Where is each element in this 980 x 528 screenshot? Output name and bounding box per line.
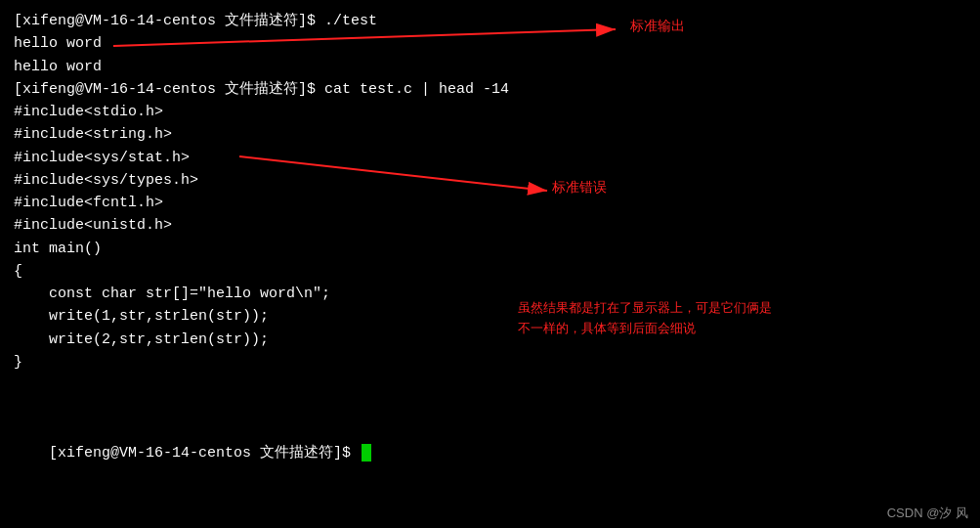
terminal-line: #include<fcntl.h> (14, 192, 966, 214)
terminal-line: const char str[]="hello word\n"; (14, 283, 966, 305)
terminal-line: { (14, 260, 966, 283)
terminal: [xifeng@VM-16-14-centos 文件描述符]$ ./test h… (0, 0, 980, 497)
terminal-line: int main() (14, 238, 966, 260)
terminal-line: #include<unistd.h> (14, 214, 966, 237)
terminal-line: [xifeng@VM-16-14-centos 文件描述符]$ cat test… (14, 78, 966, 101)
terminal-line: #include<sys/stat.h> (14, 147, 966, 169)
terminal-line: #include<string.h> (14, 123, 966, 146)
terminal-line: #include<stdio.h> (14, 101, 966, 123)
terminal-line: hello word (14, 32, 966, 55)
terminal-line: [xifeng@VM-16-14-centos 文件描述符]$ ./test (14, 10, 966, 32)
terminal-line: } (14, 351, 966, 374)
terminal-line: #include<sys/types.h> (14, 169, 966, 192)
terminal-line (14, 374, 966, 396)
terminal-line: write(2,str,strlen(str)); (14, 329, 966, 351)
terminal-line: hello word (14, 56, 966, 78)
terminal-line: write(1,str,strlen(str)); (14, 305, 966, 328)
terminal-prompt-last: [xifeng@VM-16-14-centos 文件描述符]$ (14, 419, 966, 488)
cursor (362, 444, 371, 462)
terminal-line (14, 396, 966, 418)
watermark: CSDN @汐 风 (887, 505, 968, 522)
